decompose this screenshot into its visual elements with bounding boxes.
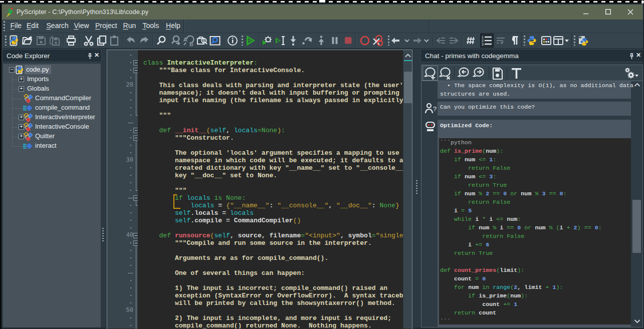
svg-text:3: 3 [482,43,484,46]
svg-text:A: A [183,37,187,43]
svg-text:B: B [189,41,193,47]
svg-text:2: 2 [482,39,484,43]
svg-text:1: 1 [482,36,484,39]
svg-text:?: ? [433,105,437,113]
